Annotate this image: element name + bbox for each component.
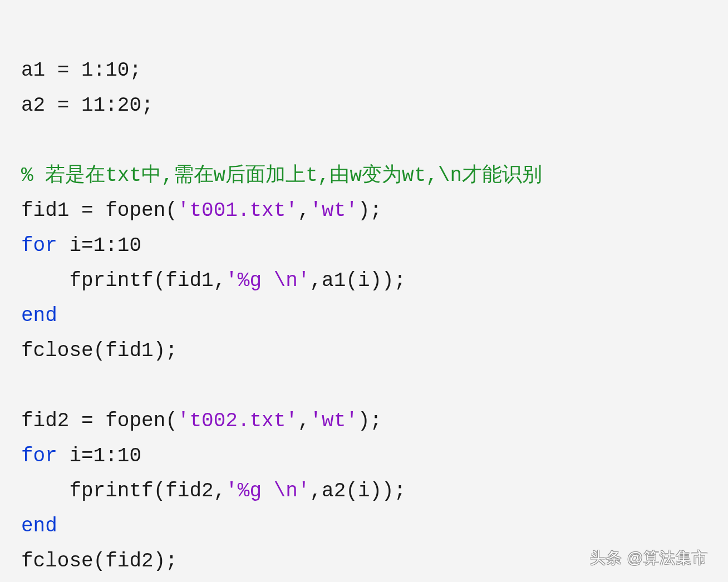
code-line: fclose(fid2); [21,550,178,573]
code-text: , [298,410,310,432]
code-text: fprintf(fid1, [21,269,225,292]
code-block: a1 = 1:10; a2 = 11:20; % 若是在txt中,需在w后面加上… [0,0,728,582]
watermark-text: 头条 @算法集市 [590,548,708,569]
code-text: fprintf(fid2, [21,480,225,502]
code-keyword: for [21,445,57,467]
code-comment: % 若是在txt中,需在w后面加上t,由w变为wt,\n才能识别 [21,164,542,187]
code-string: 'wt' [310,199,358,222]
code-text: , [298,199,310,222]
code-line: fprintf(fid2,'%g \n',a2(i)); [21,480,406,502]
code-string: '%g \n' [225,269,309,292]
code-line: fclose(fid1); [21,339,178,362]
code-line: for i=1:10 [21,234,141,257]
code-text: ); [358,410,382,432]
code-string: 'wt' [310,410,358,432]
code-line: fid2 = fopen('t002.txt','wt'); [21,410,382,432]
code-keyword: end [21,304,57,327]
code-text: fid2 = fopen( [21,410,178,432]
code-text: ); [358,199,382,222]
code-line: a2 = 11:20; [21,94,154,117]
code-text: ,a1(i)); [310,269,406,292]
code-string: '%g \n' [225,480,309,502]
code-string: 't001.txt' [178,199,298,222]
code-keyword: for [21,234,57,257]
code-string: 't002.txt' [178,410,298,432]
code-text: ,a2(i)); [310,480,406,502]
code-text: i=1:10 [57,234,141,257]
code-line: fid1 = fopen('t001.txt','wt'); [21,199,382,222]
code-line: a1 = 1:10; [21,59,141,82]
code-line: fprintf(fid1,'%g \n',a1(i)); [21,269,406,292]
code-line: for i=1:10 [21,445,141,467]
code-text: i=1:10 [57,445,141,467]
code-keyword: end [21,515,57,537]
code-text: fid1 = fopen( [21,199,178,222]
